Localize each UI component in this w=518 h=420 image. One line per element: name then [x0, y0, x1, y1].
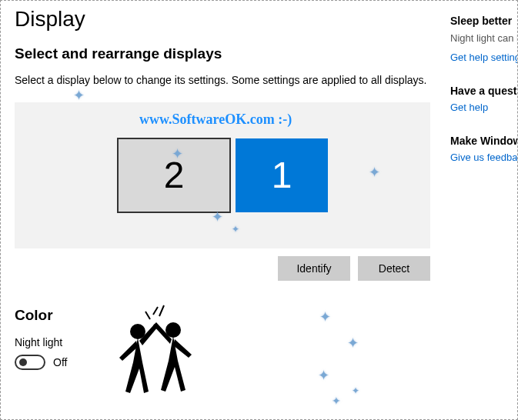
night-light-toggle[interactable]	[15, 355, 45, 370]
sidebar-sleep-title: Sleep better	[450, 15, 517, 27]
display-arrange-area[interactable]: 2 1	[15, 102, 430, 248]
monitor-2[interactable]: 2	[117, 138, 231, 213]
sidebar-sleep-link[interactable]: Get help setting up	[450, 52, 517, 63]
section-title: Select and rearrange displays	[15, 45, 430, 62]
identify-button[interactable]: Identify	[278, 256, 350, 281]
detect-button[interactable]: Detect	[358, 256, 430, 281]
sidebar-question-link[interactable]: Get help	[450, 102, 517, 113]
sidebar-question-title: Have a question?	[450, 85, 517, 97]
sidebar-feedback-title: Make Windows better	[450, 135, 517, 147]
page-title: Display	[15, 7, 430, 32]
sidebar-feedback-link[interactable]: Give us feedback	[450, 152, 517, 163]
sidebar-sleep-text: Night light can help you get to sleep by…	[450, 32, 517, 45]
night-light-label: Night light	[15, 336, 430, 348]
monitor-1[interactable]: 1	[236, 138, 328, 212]
toggle-knob	[19, 358, 27, 366]
color-section-title: Color	[15, 307, 430, 324]
section-description: Select a display below to change its set…	[15, 73, 430, 88]
night-light-state: Off	[53, 356, 67, 368]
